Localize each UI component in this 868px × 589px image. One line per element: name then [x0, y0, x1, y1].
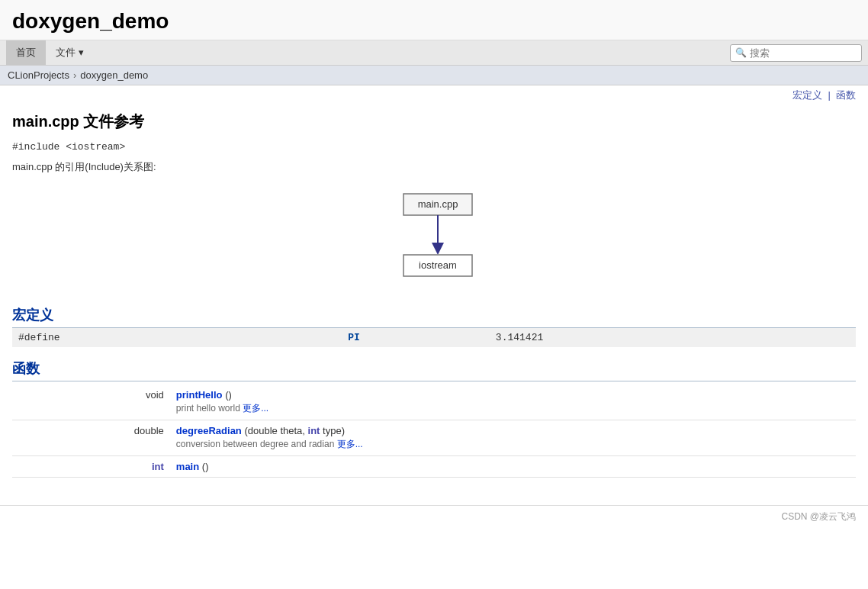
func-link-main[interactable]: main	[176, 461, 199, 472]
func-params-main: ()	[202, 461, 209, 472]
diagram-node-main: main.cpp	[418, 198, 458, 210]
diagram-node-iostream: iostream	[419, 259, 457, 271]
func-desc-degreeRadian: conversion between degree and radian 更多.…	[176, 438, 850, 451]
quick-links: 宏定义 | 函数	[0, 85, 868, 105]
search-box: 🔍	[730, 44, 862, 62]
func-cell: degreeRadian (double theta, int type) co…	[170, 420, 856, 456]
table-row: double degreeRadian (double theta, int t…	[12, 420, 856, 456]
func-return-double: double	[12, 420, 170, 456]
include-desc: main.cpp 的引用(Include)关系图:	[12, 160, 856, 174]
include-line: #include <iostream>	[12, 141, 856, 153]
more-link-printHello[interactable]: 更多...	[243, 403, 268, 414]
func-cell: printHello () print hello world 更多...	[170, 385, 856, 420]
include-diagram: main.cpp iostream	[12, 186, 856, 288]
search-icon: 🔍	[735, 47, 747, 58]
file-title: main.cpp 文件参考	[12, 111, 856, 132]
table-row: int main ()	[12, 456, 856, 478]
functions-table: void printHello () print hello world 更多.…	[12, 385, 856, 478]
func-link-printHello[interactable]: printHello	[176, 389, 223, 401]
func-desc-printHello: print hello world 更多...	[176, 402, 850, 415]
table-row: void printHello () print hello world 更多.…	[12, 385, 856, 420]
main-content: main.cpp 文件参考 #include <iostream> main.c…	[0, 105, 868, 490]
nav-files[interactable]: 文件 ▾	[46, 40, 94, 65]
table-row: #define PI 3.141421	[12, 328, 856, 347]
breadcrumb-clion[interactable]: CLionProjects	[8, 69, 69, 81]
define-keyword: #define	[12, 328, 342, 347]
footer: CSDN @凌云飞鸿	[0, 505, 868, 528]
breadcrumb-sep-1: ›	[73, 69, 76, 81]
func-params-pre: (double theta,	[244, 425, 307, 436]
func-return-int: int	[12, 456, 170, 478]
breadcrumb-demo[interactable]: doxygen_demo	[80, 69, 148, 81]
func-cell: main ()	[170, 456, 856, 478]
macros-section-header: 宏定义	[12, 306, 856, 328]
more-link-degreeRadian[interactable]: 更多...	[337, 439, 363, 449]
quick-link-macros[interactable]: 宏定义	[792, 89, 822, 101]
func-return-kw-int: int	[152, 461, 164, 472]
functions-section-header: 函数	[12, 359, 856, 381]
func-params-post: type)	[320, 425, 345, 436]
func-return-void: void	[12, 385, 170, 420]
footer-text: CSDN @凌云飞鸿	[781, 510, 856, 523]
func-params-printHello: ()	[225, 389, 232, 401]
define-value: 3.141421	[490, 328, 856, 347]
navbar: 首页 文件 ▾ 🔍	[0, 40, 868, 66]
page-title: doxygen_demo	[0, 0, 868, 40]
macros-table: #define PI 3.141421	[12, 328, 856, 347]
func-link-degreeRadian[interactable]: degreeRadian	[176, 425, 242, 436]
search-input[interactable]	[750, 47, 857, 59]
breadcrumb: CLionProjects › doxygen_demo	[0, 66, 868, 85]
quick-link-functions[interactable]: 函数	[836, 89, 856, 101]
define-name: PI	[342, 328, 490, 347]
nav-home[interactable]: 首页	[6, 40, 46, 65]
func-param-kw-int: int	[308, 425, 320, 436]
